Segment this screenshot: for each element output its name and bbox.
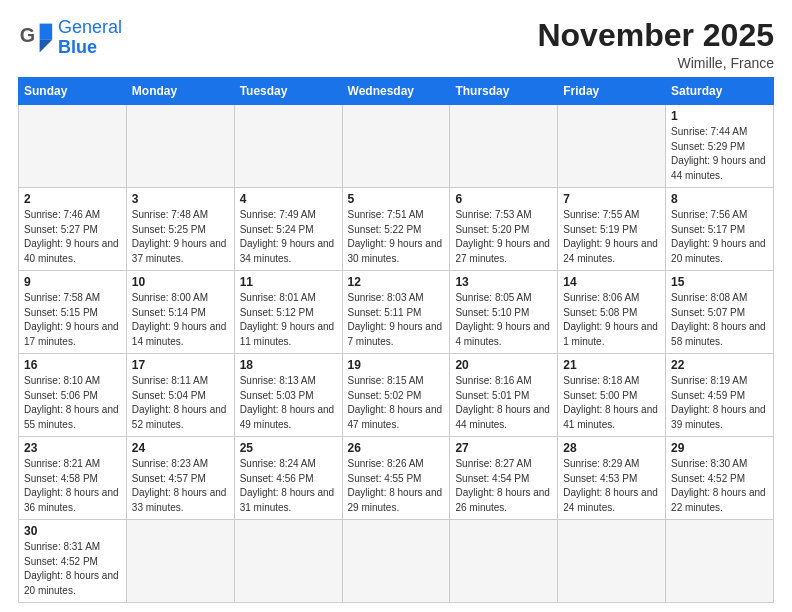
day-number: 12 — [348, 275, 445, 289]
week-row-2: 2Sunrise: 7:46 AM Sunset: 5:27 PM Daylig… — [19, 188, 774, 271]
day-cell: 27Sunrise: 8:27 AM Sunset: 4:54 PM Dayli… — [450, 437, 558, 520]
day-cell: 16Sunrise: 8:10 AM Sunset: 5:06 PM Dayli… — [19, 354, 127, 437]
day-info: Sunrise: 8:19 AM Sunset: 4:59 PM Dayligh… — [671, 374, 768, 432]
day-number: 11 — [240, 275, 337, 289]
day-cell: 1Sunrise: 7:44 AM Sunset: 5:29 PM Daylig… — [666, 105, 774, 188]
day-info: Sunrise: 8:13 AM Sunset: 5:03 PM Dayligh… — [240, 374, 337, 432]
day-number: 16 — [24, 358, 121, 372]
day-cell: 4Sunrise: 7:49 AM Sunset: 5:24 PM Daylig… — [234, 188, 342, 271]
day-number: 27 — [455, 441, 552, 455]
day-cell — [558, 520, 666, 603]
day-cell — [342, 105, 450, 188]
day-info: Sunrise: 8:03 AM Sunset: 5:11 PM Dayligh… — [348, 291, 445, 349]
month-title: November 2025 — [537, 18, 774, 53]
day-cell: 15Sunrise: 8:08 AM Sunset: 5:07 PM Dayli… — [666, 271, 774, 354]
day-number: 6 — [455, 192, 552, 206]
day-cell: 29Sunrise: 8:30 AM Sunset: 4:52 PM Dayli… — [666, 437, 774, 520]
day-cell: 24Sunrise: 8:23 AM Sunset: 4:57 PM Dayli… — [126, 437, 234, 520]
logo-general: General — [58, 17, 122, 37]
day-number: 5 — [348, 192, 445, 206]
day-info: Sunrise: 7:46 AM Sunset: 5:27 PM Dayligh… — [24, 208, 121, 266]
day-number: 21 — [563, 358, 660, 372]
day-cell: 14Sunrise: 8:06 AM Sunset: 5:08 PM Dayli… — [558, 271, 666, 354]
day-info: Sunrise: 8:01 AM Sunset: 5:12 PM Dayligh… — [240, 291, 337, 349]
logo-text: General Blue — [58, 18, 122, 58]
day-cell — [450, 105, 558, 188]
logo-icon: G — [18, 20, 54, 56]
day-cell: 21Sunrise: 8:18 AM Sunset: 5:00 PM Dayli… — [558, 354, 666, 437]
day-cell: 6Sunrise: 7:53 AM Sunset: 5:20 PM Daylig… — [450, 188, 558, 271]
day-number: 24 — [132, 441, 229, 455]
day-info: Sunrise: 7:51 AM Sunset: 5:22 PM Dayligh… — [348, 208, 445, 266]
day-number: 28 — [563, 441, 660, 455]
day-info: Sunrise: 7:53 AM Sunset: 5:20 PM Dayligh… — [455, 208, 552, 266]
day-cell: 12Sunrise: 8:03 AM Sunset: 5:11 PM Dayli… — [342, 271, 450, 354]
day-info: Sunrise: 8:10 AM Sunset: 5:06 PM Dayligh… — [24, 374, 121, 432]
day-cell: 20Sunrise: 8:16 AM Sunset: 5:01 PM Dayli… — [450, 354, 558, 437]
day-info: Sunrise: 8:27 AM Sunset: 4:54 PM Dayligh… — [455, 457, 552, 515]
svg-text:G: G — [20, 23, 35, 45]
page: G General Blue November 2025 Wimille, Fr… — [0, 0, 792, 612]
day-info: Sunrise: 8:30 AM Sunset: 4:52 PM Dayligh… — [671, 457, 768, 515]
day-info: Sunrise: 8:21 AM Sunset: 4:58 PM Dayligh… — [24, 457, 121, 515]
logo-blue: Blue — [58, 37, 97, 57]
day-cell: 28Sunrise: 8:29 AM Sunset: 4:53 PM Dayli… — [558, 437, 666, 520]
day-info: Sunrise: 7:55 AM Sunset: 5:19 PM Dayligh… — [563, 208, 660, 266]
location: Wimille, France — [537, 55, 774, 71]
day-number: 20 — [455, 358, 552, 372]
day-cell — [234, 105, 342, 188]
day-number: 1 — [671, 109, 768, 123]
day-number: 17 — [132, 358, 229, 372]
day-cell — [126, 520, 234, 603]
day-number: 15 — [671, 275, 768, 289]
day-cell: 3Sunrise: 7:48 AM Sunset: 5:25 PM Daylig… — [126, 188, 234, 271]
day-number: 2 — [24, 192, 121, 206]
day-cell — [19, 105, 127, 188]
day-cell: 23Sunrise: 8:21 AM Sunset: 4:58 PM Dayli… — [19, 437, 127, 520]
day-info: Sunrise: 8:29 AM Sunset: 4:53 PM Dayligh… — [563, 457, 660, 515]
day-cell: 9Sunrise: 7:58 AM Sunset: 5:15 PM Daylig… — [19, 271, 127, 354]
day-number: 29 — [671, 441, 768, 455]
day-info: Sunrise: 7:48 AM Sunset: 5:25 PM Dayligh… — [132, 208, 229, 266]
day-number: 10 — [132, 275, 229, 289]
day-cell: 13Sunrise: 8:05 AM Sunset: 5:10 PM Dayli… — [450, 271, 558, 354]
title-block: November 2025 Wimille, France — [537, 18, 774, 71]
day-cell: 8Sunrise: 7:56 AM Sunset: 5:17 PM Daylig… — [666, 188, 774, 271]
day-cell: 7Sunrise: 7:55 AM Sunset: 5:19 PM Daylig… — [558, 188, 666, 271]
day-info: Sunrise: 7:49 AM Sunset: 5:24 PM Dayligh… — [240, 208, 337, 266]
week-row-1: 1Sunrise: 7:44 AM Sunset: 5:29 PM Daylig… — [19, 105, 774, 188]
day-cell — [666, 520, 774, 603]
week-row-4: 16Sunrise: 8:10 AM Sunset: 5:06 PM Dayli… — [19, 354, 774, 437]
day-cell — [558, 105, 666, 188]
day-info: Sunrise: 8:18 AM Sunset: 5:00 PM Dayligh… — [563, 374, 660, 432]
day-info: Sunrise: 8:08 AM Sunset: 5:07 PM Dayligh… — [671, 291, 768, 349]
col-header-monday: Monday — [126, 78, 234, 105]
day-number: 8 — [671, 192, 768, 206]
header: G General Blue November 2025 Wimille, Fr… — [18, 18, 774, 71]
day-info: Sunrise: 8:23 AM Sunset: 4:57 PM Dayligh… — [132, 457, 229, 515]
day-number: 4 — [240, 192, 337, 206]
day-cell — [126, 105, 234, 188]
day-cell: 11Sunrise: 8:01 AM Sunset: 5:12 PM Dayli… — [234, 271, 342, 354]
day-info: Sunrise: 8:15 AM Sunset: 5:02 PM Dayligh… — [348, 374, 445, 432]
col-header-saturday: Saturday — [666, 78, 774, 105]
day-info: Sunrise: 8:06 AM Sunset: 5:08 PM Dayligh… — [563, 291, 660, 349]
day-number: 13 — [455, 275, 552, 289]
week-row-5: 23Sunrise: 8:21 AM Sunset: 4:58 PM Dayli… — [19, 437, 774, 520]
calendar-header-row: SundayMondayTuesdayWednesdayThursdayFrid… — [19, 78, 774, 105]
day-cell — [450, 520, 558, 603]
day-number: 25 — [240, 441, 337, 455]
day-info: Sunrise: 8:05 AM Sunset: 5:10 PM Dayligh… — [455, 291, 552, 349]
day-info: Sunrise: 7:56 AM Sunset: 5:17 PM Dayligh… — [671, 208, 768, 266]
day-cell: 17Sunrise: 8:11 AM Sunset: 5:04 PM Dayli… — [126, 354, 234, 437]
day-number: 30 — [24, 524, 121, 538]
day-number: 7 — [563, 192, 660, 206]
day-cell: 10Sunrise: 8:00 AM Sunset: 5:14 PM Dayli… — [126, 271, 234, 354]
day-cell — [234, 520, 342, 603]
day-info: Sunrise: 8:26 AM Sunset: 4:55 PM Dayligh… — [348, 457, 445, 515]
week-row-3: 9Sunrise: 7:58 AM Sunset: 5:15 PM Daylig… — [19, 271, 774, 354]
day-cell: 2Sunrise: 7:46 AM Sunset: 5:27 PM Daylig… — [19, 188, 127, 271]
col-header-thursday: Thursday — [450, 78, 558, 105]
day-info: Sunrise: 8:16 AM Sunset: 5:01 PM Dayligh… — [455, 374, 552, 432]
day-info: Sunrise: 8:00 AM Sunset: 5:14 PM Dayligh… — [132, 291, 229, 349]
